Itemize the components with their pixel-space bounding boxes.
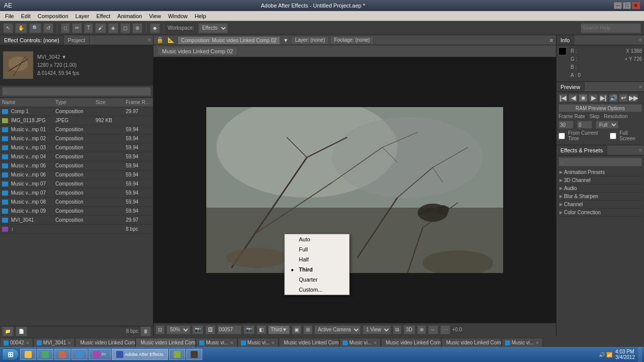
resolution-option-half[interactable]: Half <box>285 254 349 264</box>
effect-category-item[interactable]: Audio <box>558 185 642 193</box>
preview-ram[interactable]: ▶▶ <box>629 94 638 102</box>
info-panel-menu[interactable]: ≡ <box>637 37 644 43</box>
preview-stop[interactable]: ■ <box>579 94 588 102</box>
frame-number-input[interactable] <box>217 325 242 334</box>
comp-draft[interactable]: ◧ <box>257 325 266 334</box>
tab-close-icon[interactable]: ✕ <box>535 340 539 345</box>
timeline-tab[interactable]: Music video Linked Comp 01 ✕ <box>75 338 135 347</box>
tab-project[interactable]: Project <box>64 35 90 45</box>
menu-view[interactable]: View <box>146 13 164 20</box>
menu-file[interactable]: File <box>2 13 17 20</box>
layer-tab[interactable]: Layer: (none) <box>291 36 328 44</box>
taskbar-app-ie[interactable] <box>71 349 88 360</box>
comp-viewer-menu[interactable]: ≡ <box>549 37 554 43</box>
project-list-item[interactable]: Music v...mp 08 Composition 59.94 <box>0 198 153 207</box>
project-list-item[interactable]: ↕ 8 bpc <box>0 225 153 234</box>
comp-trans[interactable]: ▣ <box>292 325 301 334</box>
comp-lock-icon[interactable]: 🔒 <box>155 37 165 43</box>
full-screen-checkbox[interactable] <box>610 133 616 139</box>
comp-pos[interactable]: ↔ <box>428 325 438 334</box>
composition-tab[interactable]: Composition: Music video Linked Comp 02 <box>178 36 280 44</box>
preview-audio[interactable]: 🔊 <box>609 94 618 102</box>
tab-close-icon[interactable]: ✕ <box>271 340 275 345</box>
project-list-item[interactable]: Music v...mp 07 Composition 59.94 <box>0 189 153 198</box>
resolution-option-full[interactable]: Full <box>285 244 349 254</box>
resolution-button[interactable]: Third ▼ <box>268 325 290 334</box>
project-list-item[interactable]: Music v...mp 01 Composition 59.94 <box>0 125 153 134</box>
taskbar-app-misc[interactable] <box>186 349 202 360</box>
resolution-option-custom[interactable]: Custom... <box>285 285 349 295</box>
tool-shape[interactable]: □ <box>61 23 70 33</box>
ram-preview-options-btn[interactable]: RAM Preview Options <box>558 104 642 112</box>
comp-show-snapshot[interactable]: 🖼 <box>205 325 215 334</box>
effect-category-item[interactable]: Channel <box>558 201 642 209</box>
tool-select[interactable]: ↖ <box>3 23 13 33</box>
maximize-button[interactable]: □ <box>623 2 631 9</box>
preview-resolution-select[interactable]: Full <box>596 121 618 129</box>
tool-pen[interactable]: ✏ <box>72 23 82 33</box>
timeline-tab[interactable]: Music vi... ✕ <box>502 338 543 347</box>
timeline-tab[interactable]: Music video Linked Comp 06 ✕ <box>381 338 441 347</box>
tool-text[interactable]: T <box>84 23 93 33</box>
tab-info[interactable]: Info <box>556 35 574 45</box>
taskbar-app-explorer[interactable] <box>20 349 36 360</box>
taskbar-app-media[interactable] <box>37 349 53 360</box>
preview-first-frame[interactable]: |◀ <box>558 94 568 102</box>
taskbar-app-extend[interactable] <box>169 349 185 360</box>
tool-clone[interactable]: ◈ <box>108 23 118 33</box>
tab-close-icon[interactable]: ✕ <box>373 340 377 345</box>
timeline-tab[interactable]: MVI_3041 ✕ <box>33 338 75 347</box>
frame-rate-input[interactable] <box>558 121 574 129</box>
preview-play[interactable]: ▶ <box>589 94 598 102</box>
footage-tab[interactable]: Footage: (none) <box>331 36 373 44</box>
timeline-tab[interactable]: Music video Linked Comp 02 ✕ <box>135 338 196 347</box>
delete-btn[interactable]: 🗑 <box>140 326 151 336</box>
show-desktop-btn[interactable] <box>638 347 642 362</box>
zoom-select[interactable]: 50% <box>167 325 190 334</box>
tool-rotate[interactable]: ↺ <box>43 23 53 33</box>
from-current-time-checkbox[interactable] <box>558 133 565 139</box>
project-list-item[interactable]: Music v...mp 07 Composition 59.94 <box>0 179 153 189</box>
menu-help[interactable]: Help <box>192 13 209 20</box>
menu-layer[interactable]: Layer <box>72 13 93 20</box>
effects-panel-menu[interactable]: ≡ <box>637 147 644 153</box>
project-list-item[interactable]: Music v...mp 03 Composition 59.94 <box>0 143 153 152</box>
taskbar-app-premiere[interactable]: Pr <box>89 349 111 360</box>
comp-snapshot[interactable]: 📷 <box>192 325 203 334</box>
project-list-item[interactable]: MVI_3041 Composition 29.97 <box>0 216 153 225</box>
tab-preview[interactable]: Preview <box>556 82 585 92</box>
effect-category-item[interactable]: Animation Presets <box>558 168 642 176</box>
menu-composition[interactable]: Composition <box>35 13 71 20</box>
camera-select[interactable]: Active Camera <box>314 325 361 334</box>
comp-more[interactable]: ⋯ <box>440 325 450 334</box>
timeline-tab[interactable]: Music vi... ✕ <box>196 338 237 347</box>
taskbar-app-player[interactable] <box>54 349 70 360</box>
tab-effect-controls[interactable]: Effect Controls: (none) <box>0 35 64 45</box>
project-list-item[interactable]: Music v...mp 04 Composition 59.94 <box>0 152 153 161</box>
resolution-option-quarter[interactable]: Quarter <box>285 275 349 285</box>
project-list-item[interactable]: Music v...mp 06 Composition 59.94 <box>0 170 153 179</box>
project-list-item[interactable]: Music v...mp 02 Composition 59.94 <box>0 134 153 143</box>
effect-category-item[interactable]: Blur & Sharpen <box>558 193 642 201</box>
tool-hand[interactable]: ✋ <box>15 23 27 33</box>
new-folder-btn[interactable]: 📁 <box>2 326 14 336</box>
project-search-input[interactable] <box>2 87 151 96</box>
tab-effects-presets[interactable]: Effects & Presets <box>556 145 607 155</box>
project-list-item[interactable]: IMG_0118.JPG JPEG 992 KB <box>0 116 153 125</box>
comp-grid[interactable]: ⊞ <box>303 325 312 334</box>
menu-effect[interactable]: Effect <box>93 13 113 20</box>
workspace-select[interactable]: Effects <box>198 23 228 33</box>
tab-close-icon[interactable]: ✕ <box>26 340 30 345</box>
preview-prev-frame[interactable]: ◀ <box>569 94 578 102</box>
view-select[interactable]: 1 View <box>363 325 391 334</box>
comp-always-preview[interactable]: ⊡ <box>155 325 165 334</box>
project-list-item[interactable]: Music v...mp 09 Composition 59.94 <box>0 207 153 216</box>
tab-close-icon[interactable]: ✕ <box>67 340 71 345</box>
comp-camera[interactable]: 📷 <box>244 325 255 334</box>
preview-loop[interactable]: ↩ <box>619 94 628 102</box>
tool-eraser[interactable]: ◻ <box>120 23 130 33</box>
project-list-item[interactable]: Music v...mp 06 Composition 59.94 <box>0 161 153 170</box>
effect-category-item[interactable]: 3D Channel <box>558 176 642 185</box>
close-button[interactable]: ✕ <box>632 2 640 9</box>
tool-zoom[interactable]: 🔍 <box>29 23 41 33</box>
